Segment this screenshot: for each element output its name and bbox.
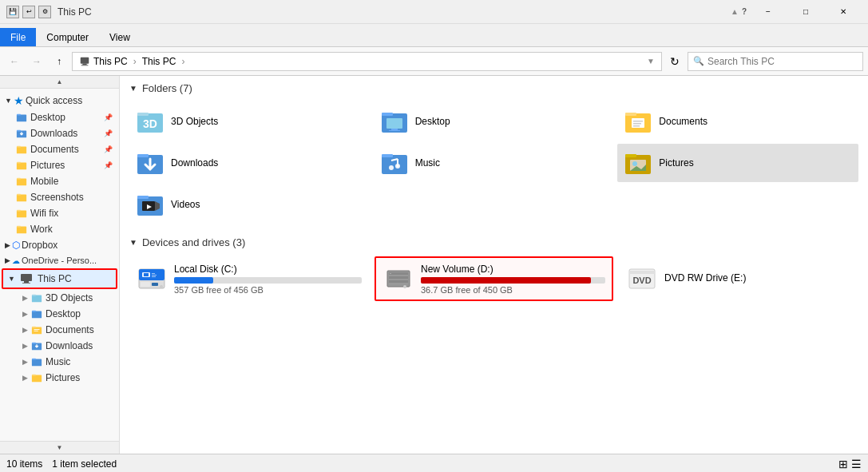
sidebar-item-downloads[interactable]: Downloads 📌 [0,125,119,141]
folder-mobile-icon [16,176,27,187]
drive-e[interactable]: DVD DVD RW Drive (E:) [620,256,858,301]
drive-c[interactable]: Local Disk (C:) 357 GB free of 456 GB [129,256,368,301]
drives-section-header[interactable]: ▼ Devices and drives (3) [129,236,858,248]
svg-rect-31 [32,343,36,344]
sidebar-item-desktop-pc[interactable]: ▶ Desktop [0,306,119,322]
svg-rect-3 [17,115,26,122]
svg-rect-28 [34,329,40,330]
view-list-button[interactable]: ☰ [851,458,862,470]
sidebar-section-dropbox[interactable]: ▶ ⬡ Dropbox [0,237,119,253]
svg-rect-4 [17,114,21,116]
folder-work-icon [16,224,27,235]
ribbon-expand-icon[interactable]: ▲ [731,7,739,16]
sidebar-item-label: Screenshots [30,192,84,203]
folder-screenshots-icon [16,192,27,203]
chevron-down-icon: ▼ [129,238,137,247]
folder-documents[interactable]: Documents [617,102,858,141]
svg-rect-78 [389,280,408,283]
svg-rect-18 [17,226,21,228]
chevron-right-icon: ▶ [22,358,28,366]
svg-rect-71 [152,276,156,277]
refresh-button[interactable]: ↻ [665,52,684,71]
search-box[interactable]: 🔍 [688,52,863,71]
search-input[interactable] [707,56,858,67]
path-dropdown-icon[interactable]: ▼ [647,57,655,65]
folder-3d-objects[interactable]: 3D 3D Objects [129,102,371,141]
titlebar-icon-save: 💾 [6,6,19,18]
folders-grid: 3D 3D Objects Desktop [129,102,858,224]
folder-pictures[interactable]: Pictures [617,144,858,182]
up-button[interactable]: ↑ [50,52,69,71]
drive-d[interactable]: New Volume (D:) 36.7 GB free of 450 GB [375,256,613,301]
forward-button[interactable]: → [27,52,46,71]
folder-desktop[interactable]: Desktop [374,102,615,141]
svg-rect-37 [137,113,149,116]
svg-rect-20 [24,281,29,283]
folder-downloads[interactable]: Downloads [129,144,371,182]
sidebar-item-label: Downloads [46,340,93,351]
svg-rect-24 [32,311,42,319]
window-title: This PC [57,6,731,18]
drive-c-icon [136,263,168,295]
folders-section-header[interactable]: ▼ Folders (7) [129,82,858,94]
tab-view[interactable]: View [99,28,141,46]
drive-c-bar-bg [174,277,362,284]
address-path[interactable]: This PC › This PC › ▼ [72,52,662,71]
svg-rect-52 [382,155,407,174]
sidebar-item-desktop[interactable]: Desktop 📌 [0,109,119,125]
sidebar-section-quick-access[interactable]: ▼ ★ Quick access [0,92,119,109]
folder-videos[interactable]: Videos [129,185,371,224]
folder-pictures-icon [16,160,27,171]
sidebar-item-label: 3D Objects [46,292,93,303]
drives-header-text: Devices and drives (3) [142,236,245,248]
svg-rect-40 [382,113,393,116]
svg-rect-53 [382,154,393,157]
drive-d-icon [382,263,414,295]
sidebar-item-documents[interactable]: Documents 📌 [0,141,119,157]
sidebar-item-pictures[interactable]: Pictures 📌 [0,157,119,173]
svg-rect-14 [17,194,21,196]
svg-rect-9 [17,163,26,170]
svg-rect-23 [32,295,36,296]
svg-point-54 [389,165,394,170]
folder-name: Videos [171,199,200,210]
sidebar-item-3dobjects[interactable]: ▶ 3D Objects [0,290,119,306]
sidebar-section-onedrive[interactable]: ▶ ☁ OneDrive - Perso... [0,253,119,268]
view-details-button[interactable]: ⊞ [838,458,848,470]
close-button[interactable]: ✕ [825,0,862,24]
folder-downloads2-icon [31,340,42,351]
sidebar-item-downloads-pc[interactable]: ▶ Downloads [0,338,119,354]
chevron-right-icon: ▶ [22,326,28,334]
sidebar-item-music-pc[interactable]: ▶ Music [0,354,119,370]
sidebar-item-pictures-pc[interactable]: ▶ Pictures [0,370,119,386]
sidebar-scroll-up[interactable]: ▲ [0,76,119,89]
chevron-right-icon: ▶ [5,256,10,264]
folder-music-icon-large [380,149,409,177]
tab-computer[interactable]: Computer [36,28,99,46]
svg-rect-70 [152,275,157,276]
drive-e-icon: DVD [626,263,658,295]
sidebar-scroll-down[interactable]: ▼ [0,441,119,454]
folder-music[interactable]: Music [374,144,615,182]
sidebar-item-mobile[interactable]: Mobile [0,173,119,189]
help-icon[interactable]: ? [742,7,747,16]
sidebar-item-wififix[interactable]: Wifi fix [0,205,119,221]
folder-desktop-icon-large [380,107,409,136]
svg-text:3D: 3D [143,117,157,130]
onedrive-icon: ☁ [12,256,20,265]
svg-rect-49 [633,125,640,127]
sidebar-item-work[interactable]: Work [0,221,119,237]
sidebar-item-screenshots[interactable]: Screenshots [0,189,119,205]
svg-rect-21 [22,283,30,284]
back-button[interactable]: ← [5,52,24,71]
sidebar-section-this-pc[interactable]: ▼ This PC [2,268,117,289]
tab-file[interactable]: File [0,28,36,46]
sidebar-item-documents-pc[interactable]: ▶ Documents [0,322,119,338]
svg-rect-17 [17,227,26,234]
chevron-right-icon: ▶ [22,310,28,318]
minimize-button[interactable]: − [750,0,787,24]
svg-rect-48 [633,123,641,125]
maximize-button[interactable]: □ [787,0,824,24]
onedrive-label: OneDrive - Perso... [22,256,97,265]
svg-rect-13 [17,195,26,202]
